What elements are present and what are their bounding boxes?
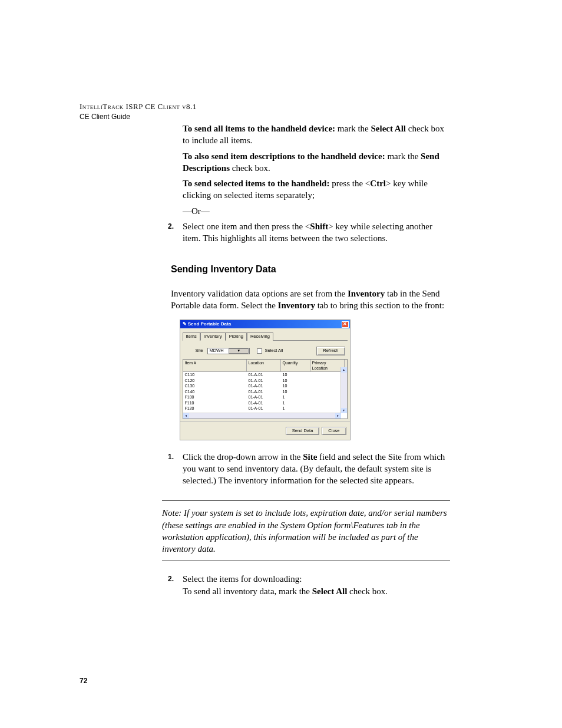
- cell-location: 01-A-01: [247, 394, 281, 400]
- close-icon[interactable]: ✕: [342, 321, 349, 328]
- select-all-checkbox[interactable]: [257, 348, 262, 354]
- cell-item: F120: [183, 406, 247, 411]
- cell-primary-location: [310, 400, 345, 406]
- cell-location: 01-A-01: [247, 400, 281, 406]
- header-line-2: CE Client Guide: [80, 112, 197, 121]
- intro-paragraphs: To send all items to the handheld device…: [183, 123, 450, 217]
- cell-quantity: 10: [281, 378, 310, 383]
- list-item-2: 2. Select one item and then press the <S…: [168, 220, 450, 245]
- cell-quantity: 1: [281, 400, 310, 406]
- scroll-right-icon[interactable]: ▸: [335, 413, 341, 419]
- cell-location: 01-A-01: [247, 378, 281, 383]
- tab-receiving[interactable]: Receiving: [247, 332, 273, 341]
- titlebar[interactable]: ✎ Send Portable Data ✕: [180, 320, 350, 328]
- window-title: Send Portable Data: [188, 321, 231, 328]
- inventory-grid[interactable]: Item # Location Quantity Primary Locatio…: [183, 359, 348, 419]
- tab-items[interactable]: Items: [183, 332, 200, 341]
- grid-body: C11001-A-0110C12001-A-0110C13001-A-0110C…: [183, 372, 347, 418]
- site-combo[interactable]: MDWH ▼: [207, 348, 250, 354]
- cell-quantity: 10: [281, 389, 310, 394]
- refresh-button[interactable]: Refresh: [316, 347, 345, 355]
- select-all-label: Select All: [265, 348, 283, 354]
- para-send-desc: To also send item descriptions to the ha…: [183, 150, 450, 174]
- chevron-down-icon[interactable]: ▼: [229, 348, 249, 354]
- table-row[interactable]: C12001-A-0110: [183, 378, 347, 383]
- cell-item: F110: [183, 400, 247, 406]
- cell-quantity: 1: [281, 406, 310, 411]
- close-button[interactable]: Close: [322, 427, 346, 435]
- site-label: Site: [196, 348, 203, 354]
- cell-primary-location: [310, 406, 345, 411]
- site-value: MDWH: [209, 348, 229, 354]
- cell-item: F100: [183, 394, 247, 400]
- cell-item: C130: [183, 383, 247, 388]
- content: To send all items to the handheld device…: [80, 123, 450, 597]
- step-number: 1.: [168, 451, 183, 487]
- table-row[interactable]: F10001-A-011: [183, 394, 347, 400]
- note-text: Note: If your system is set to include l…: [162, 507, 450, 555]
- scroll-left-icon[interactable]: ◂: [183, 413, 189, 419]
- table-row[interactable]: C14001-A-0110: [183, 389, 347, 394]
- para-send-all: To send all items to the handheld device…: [183, 123, 450, 147]
- cell-primary-location: [310, 372, 345, 377]
- cell-primary-location: [310, 394, 345, 400]
- table-row[interactable]: F11001-A-011: [183, 400, 347, 406]
- page-number: 72: [80, 676, 87, 686]
- list-text: Select one item and then press the <Shif…: [183, 220, 450, 245]
- cell-location: 01-A-01: [247, 372, 281, 377]
- cell-quantity: 1: [281, 394, 310, 400]
- step-2: 2. Select the items for downloading: To …: [168, 573, 450, 597]
- col-item[interactable]: Item #: [183, 360, 247, 372]
- table-row[interactable]: C11001-A-0110: [183, 372, 347, 377]
- form-row: Site MDWH ▼ Select All Refresh: [180, 341, 350, 358]
- vertical-scrollbar[interactable]: ▴ ▾: [340, 367, 347, 413]
- step-1: 1. Click the drop-down arrow in the Site…: [168, 451, 450, 487]
- page: IntelliTrack ISRP CE Client v8.1 CE Clie…: [0, 0, 562, 728]
- header-line-1: IntelliTrack ISRP CE Client v8.1: [80, 101, 197, 112]
- step-text: Select the items for downloading: To sen…: [183, 573, 450, 597]
- step-text: Click the drop-down arrow in the Site fi…: [183, 451, 450, 487]
- cell-item: C140: [183, 389, 247, 394]
- para-send-selected: To send selected items to the handheld: …: [183, 177, 450, 202]
- col-quantity[interactable]: Quantity: [281, 360, 310, 372]
- tab-inventory[interactable]: Inventory: [200, 332, 226, 341]
- grid-header: Item # Location Quantity Primary Locatio…: [183, 360, 347, 373]
- section-heading: Sending Inventory Data: [171, 263, 450, 276]
- tabstrip: Items Inventory Picking Receiving: [183, 332, 348, 341]
- table-row[interactable]: F12001-A-011: [183, 406, 347, 411]
- wand-icon: ✎: [183, 321, 187, 328]
- col-location[interactable]: Location: [247, 360, 281, 372]
- footer-buttons: Send Data Close: [180, 421, 350, 440]
- scroll-down-icon[interactable]: ▾: [341, 408, 347, 413]
- horizontal-scrollbar[interactable]: ◂ ▸: [183, 413, 341, 419]
- step-number: 2.: [168, 573, 183, 597]
- cell-item: C110: [183, 372, 247, 377]
- cell-quantity: 10: [281, 383, 310, 388]
- running-header: IntelliTrack ISRP CE Client v8.1 CE Clie…: [80, 101, 197, 121]
- send-portable-data-window: ✎ Send Portable Data ✕ Items Inventory P…: [180, 319, 351, 440]
- scroll-up-icon[interactable]: ▴: [341, 367, 347, 373]
- cell-primary-location: [310, 378, 345, 383]
- cell-quantity: 10: [281, 372, 310, 377]
- table-row[interactable]: C13001-A-0110: [183, 383, 347, 388]
- para-or: —Or—: [183, 205, 450, 217]
- cell-location: 01-A-01: [247, 383, 281, 388]
- cell-primary-location: [310, 383, 345, 388]
- cell-item: C120: [183, 378, 247, 383]
- note-rule-bottom: [162, 561, 450, 561]
- list-number: 2.: [168, 220, 183, 245]
- cell-location: 01-A-01: [247, 389, 281, 394]
- section-intro: Inventory validation data options are se…: [171, 288, 450, 312]
- cell-primary-location: [310, 389, 345, 394]
- cell-location: 01-A-01: [247, 406, 281, 411]
- col-primary-location[interactable]: Primary Location: [310, 360, 345, 372]
- tab-picking[interactable]: Picking: [226, 332, 247, 341]
- send-data-button[interactable]: Send Data: [286, 427, 319, 435]
- note-rule-top: [162, 500, 450, 501]
